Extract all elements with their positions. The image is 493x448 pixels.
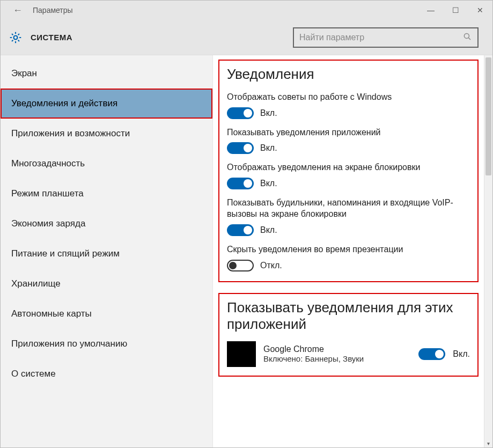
app-sub: Включено: Баннеры, Звуки [263, 354, 411, 363]
sidebar-item-label: Питание и спящий режим [11, 248, 120, 259]
sidebar: Экран Уведомления и действия Приложения … [1, 55, 213, 447]
toggle-switch[interactable] [227, 224, 254, 236]
toggle-state-text: Откл. [260, 261, 282, 270]
app-text: Google Chrome Включено: Баннеры, Звуки [263, 344, 411, 363]
option-show-alarms-voip: Показывать будильники, напоминания и вхо… [227, 197, 470, 236]
option-hide-when-presenting: Скрыть уведомления во время презентации … [227, 244, 470, 271]
option-label: Отображать уведомления на экране блокиро… [227, 161, 470, 173]
sidebar-item-label: Приложения и возможности [11, 128, 130, 138]
sidebar-item-label: Приложения по умолчанию [11, 339, 127, 349]
close-button[interactable]: ✕ [468, 1, 492, 20]
sidebar-item-label: Автономные карты [11, 309, 92, 319]
sidebar-item-apps-features[interactable]: Приложения и возможности [1, 119, 212, 149]
section-title: СИСТЕМА [31, 33, 72, 42]
notifications-panel: Уведомления Отображать советы по работе … [218, 60, 479, 282]
sidebar-item-label: Экран [11, 68, 37, 78]
sidebar-item-battery-saver[interactable]: Экономия заряда [1, 209, 212, 239]
gear-icon [8, 30, 23, 45]
toggle-row: Откл. [227, 260, 470, 271]
toggle-state-text: Вкл. [260, 225, 277, 235]
maximize-button[interactable]: ☐ [443, 1, 468, 20]
sidebar-item-label: Режим планшета [11, 188, 84, 199]
content: Уведомления Отображать советы по работе … [213, 55, 484, 447]
toggle-state-text: Вкл. [260, 179, 277, 188]
sidebar-item-label: Многозадачность [11, 158, 85, 168]
toggle-switch[interactable] [227, 260, 254, 271]
svg-line-2 [468, 38, 470, 40]
option-show-lock-screen: Отображать уведомления на экране блокиро… [227, 161, 470, 189]
sidebar-item-label: О системе [11, 369, 56, 379]
search-input[interactable] [299, 33, 462, 42]
apps-heading: Показывать уведомления для этих приложен… [227, 299, 470, 333]
titlebar: ← Параметры — ☐ ✕ [1, 1, 492, 20]
close-icon: ✕ [477, 6, 483, 14]
arrow-left-icon: ← [13, 5, 23, 16]
minimize-icon: — [427, 6, 435, 14]
sidebar-item-power-sleep[interactable]: Питание и спящий режим [1, 239, 212, 269]
toggle-row: Вкл. [227, 224, 470, 236]
sidebar-item-notifications[interactable]: Уведомления и действия [1, 89, 212, 119]
settings-window: ← Параметры — ☐ ✕ СИСТЕМА [0, 0, 493, 448]
minimize-button[interactable]: — [418, 1, 443, 20]
app-row-google-chrome[interactable]: Google Chrome Включено: Баннеры, Звуки В… [227, 341, 470, 367]
sidebar-item-storage[interactable]: Хранилище [1, 269, 212, 299]
body: Экран Уведомления и действия Приложения … [1, 55, 492, 447]
content-wrap: Уведомления Отображать советы по работе … [213, 55, 492, 447]
window-title: Параметры [33, 6, 73, 14]
app-icon [227, 341, 256, 367]
svg-point-1 [464, 33, 469, 38]
toggle-row: Вкл. [227, 142, 470, 154]
search-box[interactable] [293, 27, 479, 48]
chevron-down-icon[interactable]: ▾ [484, 439, 492, 447]
search-icon [462, 32, 472, 43]
sidebar-item-multitasking[interactable]: Многозадачность [1, 149, 212, 179]
sidebar-item-tablet-mode[interactable]: Режим планшета [1, 179, 212, 209]
toggle-state-text: Вкл. [260, 143, 277, 153]
header: СИСТЕМА [1, 20, 492, 55]
sidebar-item-default-apps[interactable]: Приложения по умолчанию [1, 329, 212, 359]
sidebar-item-offline-maps[interactable]: Автономные карты [1, 299, 212, 329]
scrollbar-thumb[interactable] [485, 57, 491, 175]
sidebar-item-display[interactable]: Экран [1, 58, 212, 89]
toggle-switch[interactable] [418, 348, 445, 360]
apps-notifications-panel: Показывать уведомления для этих приложен… [218, 293, 479, 377]
sidebar-item-label: Экономия заряда [11, 218, 85, 229]
toggle-row: Вкл. [227, 107, 470, 119]
option-show-windows-tips: Отображать советы по работе с Windows Вк… [227, 91, 470, 119]
sidebar-item-about[interactable]: О системе [1, 359, 212, 389]
svg-point-0 [14, 35, 18, 39]
option-label: Показывать будильники, напоминания и вхо… [227, 197, 470, 220]
toggle-switch[interactable] [227, 178, 254, 189]
scrollbar[interactable]: ▾ [484, 55, 492, 447]
option-label: Скрыть уведомления во время презентации [227, 244, 470, 255]
option-show-app-notifications: Показывать уведомления приложений Вкл. [227, 127, 470, 155]
option-label: Показывать уведомления приложений [227, 127, 470, 138]
notifications-heading: Уведомления [227, 66, 470, 83]
sidebar-item-label: Хранилище [11, 278, 61, 289]
toggle-state-text: Вкл. [453, 349, 470, 359]
back-button[interactable]: ← [7, 1, 28, 20]
sidebar-item-label: Уведомления и действия [11, 98, 117, 108]
toggle-switch[interactable] [227, 142, 254, 154]
toggle-row: Вкл. [227, 178, 470, 189]
app-name: Google Chrome [263, 344, 411, 354]
maximize-icon: ☐ [452, 6, 459, 14]
toggle-state-text: Вкл. [260, 108, 277, 118]
option-label: Отображать советы по работе с Windows [227, 91, 470, 103]
toggle-switch[interactable] [227, 107, 254, 119]
